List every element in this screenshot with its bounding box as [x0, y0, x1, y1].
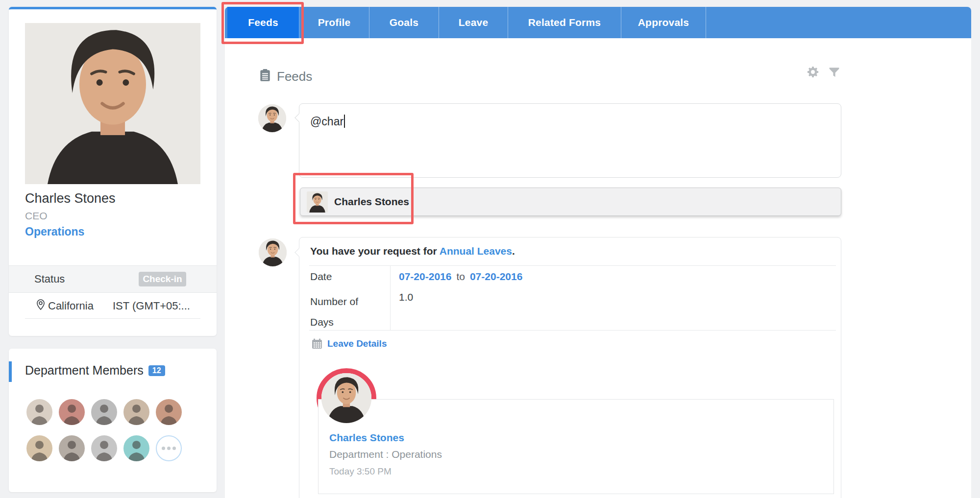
status-composer-input[interactable]: @char	[299, 103, 841, 178]
mention-suggestion-item[interactable]: Charles Stones	[300, 188, 841, 216]
post-timestamp: Today 3:50 PM	[329, 466, 392, 477]
more-members-button[interactable]	[156, 435, 182, 461]
tab-approvals[interactable]: Approvals	[621, 7, 706, 38]
member-avatar[interactable]	[123, 399, 149, 425]
leave-author-photo	[321, 373, 371, 423]
divider	[309, 330, 836, 331]
annual-leaves-link[interactable]: Annual Leaves	[440, 245, 512, 257]
leave-author-card: Charles Stones Department : Operations T…	[318, 399, 834, 494]
mention-avatar	[307, 191, 328, 213]
department-members-header: Department Members 12	[25, 363, 165, 378]
divider	[390, 265, 391, 330]
leave-request-post: You have your request for Annual Leaves.…	[299, 237, 841, 498]
employee-department-link[interactable]: Operations	[25, 225, 84, 238]
department-members-title: Department Members	[25, 363, 144, 378]
employee-photo	[25, 23, 200, 184]
member-avatar[interactable]	[91, 435, 117, 461]
member-avatar[interactable]	[59, 435, 85, 461]
location-text: California	[48, 300, 94, 312]
mention-name: Charles Stones	[334, 196, 409, 208]
post-author-avatar	[259, 238, 287, 266]
filter-funnel-icon[interactable]	[828, 66, 840, 80]
post-message-prefix: You have your request for	[310, 245, 440, 257]
tab-feeds[interactable]: Feeds	[227, 7, 299, 38]
member-avatar[interactable]	[156, 399, 182, 425]
timezone-text: IST (GMT+05:...	[113, 300, 190, 312]
location-row: California IST (GMT+05:...	[25, 292, 200, 319]
settings-gear-icon[interactable]	[806, 65, 820, 81]
member-avatar[interactable]	[26, 435, 52, 461]
check-in-button[interactable]: Check-in	[139, 272, 186, 286]
date-range-value: 07-20-2016 to 07-20-2016	[399, 271, 522, 283]
leave-author-name-link[interactable]: Charles Stones	[329, 432, 404, 444]
member-avatar-row-1	[26, 399, 182, 425]
member-avatar[interactable]	[91, 399, 117, 425]
member-avatar[interactable]	[123, 435, 149, 461]
days-field-label: Number of Days	[310, 291, 364, 332]
employee-name: Charles Stones	[25, 191, 116, 206]
tab-related-forms[interactable]: Related Forms	[508, 7, 621, 38]
status-label: Status	[34, 273, 65, 285]
employee-profile-card: Charles Stones CEO Operations Status Che…	[9, 7, 217, 336]
days-value: 1.0	[399, 291, 413, 303]
date-from-link[interactable]: 07-20-2016	[399, 271, 451, 283]
text-caret	[344, 115, 345, 128]
leave-author-department: Department : Operations	[329, 449, 442, 460]
tab-goals[interactable]: Goals	[369, 7, 439, 38]
feeds-title: Feeds	[277, 69, 312, 84]
date-field-label: Date	[310, 271, 332, 283]
employee-title: CEO	[25, 210, 48, 222]
tab-leave[interactable]: Leave	[439, 7, 508, 38]
post-message: You have your request for Annual Leaves.	[310, 245, 515, 257]
status-row: Status Check-in	[9, 265, 217, 293]
member-avatar[interactable]	[59, 399, 85, 425]
location-pin-icon	[36, 299, 46, 312]
feeds-header: Feeds	[259, 69, 312, 84]
leave-details-label: Leave Details	[327, 338, 387, 349]
date-to-link[interactable]: 07-20-2016	[470, 271, 522, 283]
divider	[309, 265, 836, 266]
post-message-suffix: .	[512, 245, 515, 257]
leave-details-link[interactable]: Leave Details	[311, 338, 387, 350]
date-joiner: to	[456, 271, 465, 283]
tab-profile[interactable]: Profile	[299, 7, 369, 38]
calendar-icon	[311, 338, 323, 350]
section-accent-bar	[9, 361, 12, 382]
member-avatar[interactable]	[26, 399, 52, 425]
feeds-clipboard-icon	[259, 69, 271, 84]
member-avatar-row-2	[26, 435, 182, 461]
profile-tabbar: Feeds Profile Goals Leave Related Forms …	[225, 7, 971, 38]
composer-user-avatar	[258, 104, 286, 132]
composer-typed-text: @char	[310, 115, 345, 128]
member-count-badge: 12	[148, 365, 165, 376]
people-profile-page: Feeds Profile Goals Leave Related Forms …	[0, 0, 980, 498]
department-members-card: Department Members 12	[9, 349, 217, 492]
